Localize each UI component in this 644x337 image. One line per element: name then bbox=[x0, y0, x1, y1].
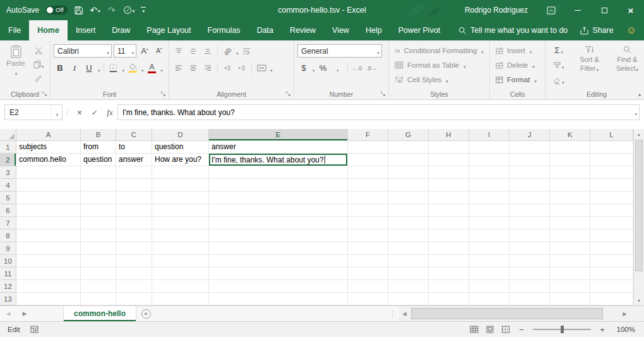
cell[interactable] bbox=[469, 255, 510, 267]
fill-color-button[interactable] bbox=[126, 61, 139, 75]
normal-view-button[interactable] bbox=[470, 326, 479, 333]
cell[interactable] bbox=[116, 166, 152, 179]
cell[interactable] bbox=[590, 267, 633, 280]
cell[interactable] bbox=[590, 204, 633, 217]
zoom-level[interactable]: 100% bbox=[614, 326, 635, 333]
cell[interactable] bbox=[469, 154, 510, 166]
cell[interactable] bbox=[81, 293, 116, 305]
font-size-select[interactable]: 11 bbox=[114, 44, 136, 58]
font-name-dropdown-icon[interactable] bbox=[106, 47, 109, 56]
cell[interactable] bbox=[16, 255, 81, 267]
row-header-6[interactable]: 6 bbox=[0, 204, 16, 217]
row-header-4[interactable]: 4 bbox=[0, 179, 16, 192]
cell[interactable] bbox=[429, 217, 469, 230]
cell[interactable] bbox=[550, 267, 590, 280]
cell[interactable] bbox=[152, 204, 209, 217]
increase-decimal-button[interactable]: ←.0 bbox=[351, 61, 364, 75]
cell[interactable] bbox=[550, 154, 590, 166]
cell[interactable] bbox=[348, 230, 388, 242]
cell[interactable] bbox=[510, 280, 550, 293]
cell-B1[interactable]: from bbox=[81, 141, 116, 154]
cut-button[interactable] bbox=[31, 45, 46, 56]
column-header-g[interactable]: G bbox=[388, 129, 429, 141]
vertical-scrollbar[interactable]: ▲ ▼ bbox=[633, 129, 644, 305]
font-size-dropdown-icon[interactable] bbox=[131, 47, 134, 56]
cell[interactable] bbox=[16, 267, 81, 280]
cell[interactable] bbox=[152, 242, 209, 255]
cell[interactable] bbox=[429, 255, 469, 267]
cell[interactable] bbox=[209, 179, 348, 192]
cell[interactable] bbox=[348, 192, 388, 204]
insert-cells-button[interactable]: Insert bbox=[493, 43, 542, 58]
cell[interactable] bbox=[590, 166, 633, 179]
row-header-11[interactable]: 11 bbox=[0, 267, 16, 280]
cell[interactable] bbox=[590, 293, 633, 305]
copy-dropdown-icon[interactable] bbox=[41, 59, 44, 70]
cell[interactable] bbox=[388, 141, 429, 154]
cell[interactable] bbox=[510, 192, 550, 204]
cell[interactable] bbox=[16, 192, 81, 204]
row-header-5[interactable]: 5 bbox=[0, 192, 16, 204]
tab-file[interactable]: File bbox=[0, 20, 29, 40]
cell[interactable] bbox=[429, 166, 469, 179]
cell[interactable] bbox=[388, 166, 429, 179]
cell[interactable] bbox=[590, 179, 633, 192]
zoom-out-button[interactable]: − bbox=[517, 326, 526, 334]
paste-button[interactable]: Paste bbox=[3, 43, 28, 84]
expand-formula-bar-icon[interactable] bbox=[634, 105, 637, 119]
row-header-7[interactable]: 7 bbox=[0, 217, 16, 230]
cell[interactable] bbox=[429, 267, 469, 280]
cell[interactable] bbox=[388, 255, 429, 267]
cell[interactable] bbox=[550, 192, 590, 204]
underline-button[interactable]: U bbox=[83, 61, 95, 75]
cell[interactable] bbox=[16, 242, 81, 255]
font-name-select[interactable]: Calibri bbox=[54, 44, 112, 58]
cell[interactable] bbox=[429, 242, 469, 255]
cell[interactable] bbox=[590, 217, 633, 230]
cell[interactable] bbox=[209, 230, 348, 242]
font-color-button[interactable]: A bbox=[146, 61, 158, 75]
accounting-format-button[interactable]: $ bbox=[297, 61, 310, 75]
number-dialog-launcher[interactable] bbox=[380, 91, 387, 98]
increase-indent-button[interactable] bbox=[236, 61, 248, 75]
cell[interactable] bbox=[590, 230, 633, 242]
cell[interactable] bbox=[16, 204, 81, 217]
conditional-formatting-button[interactable]: Conditional Formatting bbox=[392, 43, 486, 58]
cell[interactable] bbox=[469, 293, 510, 305]
horizontal-scrollbar[interactable] bbox=[410, 306, 619, 321]
cell[interactable] bbox=[388, 154, 429, 166]
alignment-dialog-launcher[interactable] bbox=[285, 91, 292, 98]
font-color-dropdown-icon[interactable] bbox=[160, 63, 164, 74]
cell[interactable] bbox=[348, 255, 388, 267]
cell[interactable] bbox=[550, 179, 590, 192]
cell[interactable] bbox=[209, 267, 348, 280]
tab-power-pivot[interactable]: Power Pivot bbox=[390, 20, 449, 40]
redo-button[interactable]: ↷ bbox=[107, 3, 117, 17]
cell[interactable] bbox=[590, 280, 633, 293]
cell[interactable] bbox=[510, 154, 550, 166]
cell[interactable] bbox=[116, 255, 152, 267]
cell[interactable] bbox=[81, 204, 116, 217]
cell[interactable] bbox=[348, 166, 388, 179]
comma-style-button[interactable]: , bbox=[331, 61, 344, 75]
cell[interactable] bbox=[388, 192, 429, 204]
italic-button[interactable]: I bbox=[68, 61, 81, 75]
name-box[interactable]: E2 bbox=[4, 104, 63, 120]
cell[interactable] bbox=[510, 293, 550, 305]
cell[interactable] bbox=[510, 217, 550, 230]
macro-record-icon[interactable] bbox=[30, 326, 39, 333]
cell[interactable] bbox=[116, 179, 152, 192]
column-header-h[interactable]: H bbox=[429, 129, 469, 141]
cell[interactable] bbox=[429, 179, 469, 192]
cell[interactable] bbox=[152, 293, 209, 305]
format-cells-button[interactable]: Format bbox=[493, 72, 542, 87]
column-header-b[interactable]: B bbox=[81, 129, 116, 141]
cell-D2[interactable]: How are you? bbox=[152, 154, 209, 166]
cell[interactable] bbox=[348, 179, 388, 192]
sheet-nav-right-icon[interactable]: ▶ bbox=[16, 306, 33, 321]
row-header-1[interactable]: 1 bbox=[0, 141, 16, 154]
row-header-3[interactable]: 3 bbox=[0, 166, 16, 179]
cell[interactable] bbox=[152, 179, 209, 192]
cell[interactable] bbox=[429, 204, 469, 217]
cell[interactable] bbox=[116, 280, 152, 293]
